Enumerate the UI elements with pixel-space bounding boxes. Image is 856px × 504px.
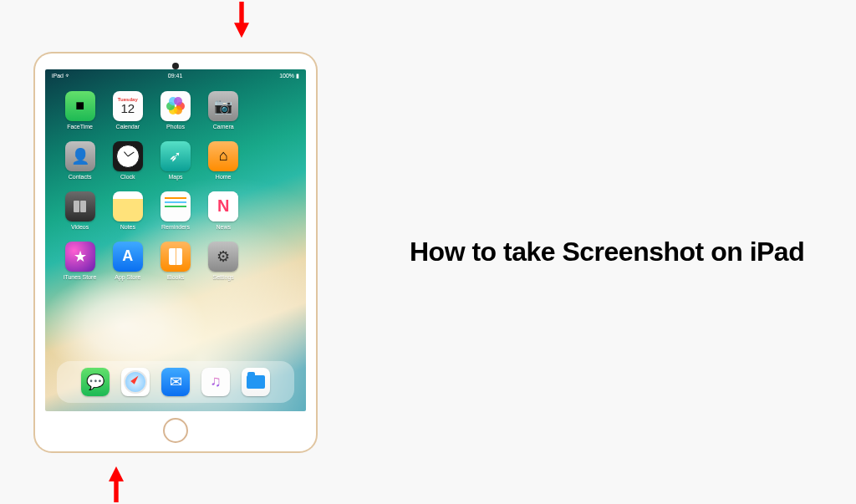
app-label: iTunes Store <box>64 274 96 280</box>
app-home[interactable]: ⌂Home <box>204 141 243 180</box>
illustration-panel: iPad ᯤ 09:41 100% ▮ ■FaceTimeTuesday12Ca… <box>0 0 401 504</box>
dock: 💬✉♫ <box>57 361 294 403</box>
facetime-icon: ■ <box>65 91 95 121</box>
arrow-down-icon <box>234 2 249 38</box>
status-bar: iPad ᯤ 09:41 100% ▮ <box>45 69 306 79</box>
app-calendar[interactable]: Tuesday12Calendar <box>108 91 147 130</box>
dock-safari-icon[interactable] <box>121 368 150 396</box>
front-camera-icon <box>172 63 179 69</box>
app-label: Calendar <box>116 124 140 130</box>
clock-icon <box>113 141 143 171</box>
home-button[interactable] <box>163 418 188 443</box>
ipad-device: iPad ᯤ 09:41 100% ▮ ■FaceTimeTuesday12Ca… <box>33 52 318 453</box>
dock-mail-icon[interactable]: ✉ <box>161 368 190 396</box>
photos-icon <box>160 91 191 121</box>
app-label: Notes <box>120 224 135 230</box>
app-label: Maps <box>168 174 182 180</box>
app-label: Settings <box>213 274 234 280</box>
app-facetime[interactable]: ■FaceTime <box>60 91 99 130</box>
ipad-bezel: iPad ᯤ 09:41 100% ▮ ■FaceTimeTuesday12Ca… <box>35 53 316 451</box>
settings-icon: ⚙ <box>208 242 238 272</box>
maps-icon: ➶ <box>160 141 191 171</box>
app-appstore[interactable]: AApp Store <box>108 242 147 280</box>
app-label: Videos <box>71 224 89 230</box>
status-time: 09:41 <box>168 73 183 79</box>
ibooks-icon <box>160 242 191 272</box>
app-clock[interactable]: Clock <box>108 141 147 180</box>
text-panel: How to take Screenshot on iPad <box>401 237 856 267</box>
videos-icon <box>65 191 95 221</box>
app-label: Camera <box>213 124 234 130</box>
app-ibooks[interactable]: iBooks <box>155 242 195 280</box>
calendar-date-label: 12 <box>120 102 135 115</box>
ipad-screen: iPad ᯤ 09:41 100% ▮ ■FaceTimeTuesday12Ca… <box>45 69 306 411</box>
svg-rect-0 <box>239 2 243 24</box>
news-icon: N <box>208 191 238 221</box>
home-icon: ⌂ <box>208 141 238 171</box>
app-label: Photos <box>166 124 185 130</box>
dock-messages-icon[interactable]: 💬 <box>81 368 110 396</box>
itunes-icon: ★ <box>65 242 95 272</box>
dock-files-icon[interactable] <box>242 368 270 396</box>
status-battery: 100% ▮ <box>279 73 299 79</box>
app-label: App Store <box>115 274 140 280</box>
app-videos[interactable]: Videos <box>60 191 99 230</box>
app-camera[interactable]: 📷Camera <box>204 91 243 130</box>
app-notes[interactable]: Notes <box>108 191 147 230</box>
app-label: Clock <box>120 174 135 180</box>
status-left: iPad ᯤ <box>52 73 71 79</box>
app-label: iBooks <box>166 274 184 280</box>
app-label: FaceTime <box>67 124 93 130</box>
app-contacts[interactable]: 👤Contacts <box>60 141 99 180</box>
svg-marker-2 <box>109 466 124 481</box>
app-reminders[interactable]: Reminders <box>155 191 195 230</box>
app-label: Home <box>216 174 232 180</box>
page-container: iPad ᯤ 09:41 100% ▮ ■FaceTimeTuesday12Ca… <box>0 0 856 504</box>
app-itunes[interactable]: ★iTunes Store <box>60 242 99 280</box>
app-label: Contacts <box>69 174 92 180</box>
app-news[interactable]: NNews <box>204 191 243 230</box>
notes-icon <box>113 191 143 221</box>
dock-music-icon[interactable]: ♫ <box>201 368 230 396</box>
svg-marker-1 <box>234 23 249 38</box>
appstore-icon: A <box>113 242 143 272</box>
contacts-icon: 👤 <box>65 141 95 171</box>
app-photos[interactable]: Photos <box>155 91 195 130</box>
reminders-icon <box>160 191 191 221</box>
app-label: News <box>216 224 231 230</box>
app-maps[interactable]: ➶Maps <box>155 141 195 180</box>
calendar-icon: Tuesday12 <box>113 91 143 121</box>
arrow-up-icon <box>109 466 124 502</box>
svg-rect-3 <box>114 480 118 502</box>
page-title: How to take Screenshot on iPad <box>410 237 823 267</box>
app-label: Reminders <box>161 224 190 230</box>
app-settings[interactable]: ⚙Settings <box>204 242 243 280</box>
home-screen-grid: ■FaceTimeTuesday12CalendarPhotos📷Camera👤… <box>45 79 306 358</box>
camera-icon: 📷 <box>208 91 238 121</box>
